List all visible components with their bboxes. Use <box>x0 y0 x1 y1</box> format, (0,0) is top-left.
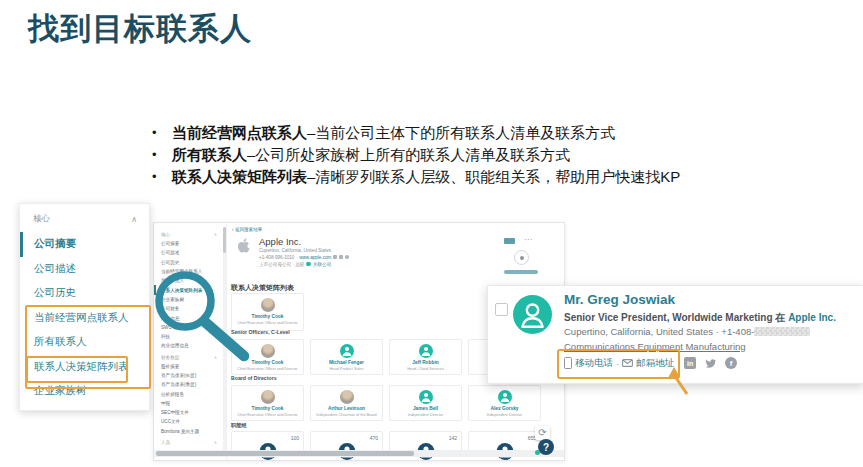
mini-sidebar: 核心 ∧ 公司摘要公司描述公司历史当前经营网点联系人所有联系人联系人决策矩阵列表… <box>154 223 227 460</box>
mini-section-financial[interactable]: 财务数据 ∧ <box>154 353 226 362</box>
mobile-phone-link[interactable]: 移动电话 <box>575 357 613 370</box>
horizontal-scrollbar[interactable] <box>154 450 564 457</box>
sidebar-item[interactable]: 联系人决策矩阵列表 <box>20 355 149 380</box>
company-actions: ⋯ <box>504 237 556 279</box>
chevron-up-icon[interactable]: ∧ <box>131 215 137 224</box>
contact-card-title: Chief Executive Officer and Director <box>234 367 301 371</box>
mini-sidebar-item[interactable]: Bombora 意向主题 <box>154 427 226 436</box>
back-link[interactable]: ‹ 返回搜索结果 <box>232 227 262 232</box>
related-company-link[interactable]: 关联公司 <box>313 262 331 267</box>
mini-sidebar-item[interactable]: 联系人决策矩阵列表 <box>154 285 226 294</box>
facebook-icon[interactable]: f <box>725 357 737 369</box>
group-count: 470 <box>370 435 378 441</box>
vertical-scrollbar[interactable] <box>223 227 226 454</box>
contact-card-name[interactable]: Timothy Cook <box>234 360 301 365</box>
export-icon <box>520 256 524 260</box>
matrix-title: 联系人决策矩阵列表 <box>231 283 294 293</box>
contact-card[interactable]: Arthur LevinsonIndependent Chairman of t… <box>310 385 383 421</box>
mini-sidebar-item[interactable]: 公司摘要 <box>154 239 226 248</box>
contact-industry-link[interactable]: Communications Equipment Manufacturing <box>564 341 746 352</box>
linkedin-icon[interactable]: in <box>684 357 696 369</box>
sidebar-item[interactable]: 公司历史 <box>20 281 149 306</box>
mini-sidebar-item[interactable]: UCC文件 <box>154 417 226 426</box>
mini-section-label: 核心 <box>161 232 170 237</box>
sidebar-section-header[interactable]: 核心 ∧ <box>20 204 149 225</box>
sidebar-item[interactable]: 公司摘要 <box>20 232 149 257</box>
mini-sidebar-item[interactable]: 商业信用信息 <box>154 341 226 350</box>
sidebar-item[interactable]: 所有联系人 <box>20 330 149 355</box>
more-menu-button[interactable]: ⋯ <box>524 235 532 244</box>
mini-sidebar-item[interactable]: 公司描述 <box>154 248 226 257</box>
mini-sidebar-item[interactable]: 商业信息 <box>154 313 226 322</box>
mini-sidebar-item[interactable]: SWOT分析 <box>154 323 226 332</box>
mini-section-core[interactable]: 核心 ∧ <box>154 230 226 239</box>
contact-name[interactable]: Mr. Greg Joswiak <box>564 292 675 307</box>
contact-card-name[interactable]: Timothy Cook <box>234 406 301 411</box>
mini-sidebar-item[interactable]: 分析师报告 <box>154 389 226 398</box>
mini-sidebar-item[interactable]: 公司财务 <box>154 304 226 313</box>
scrollbar-thumb[interactable] <box>223 227 226 253</box>
contact-card-title: Chief Executive Officer and Director <box>234 413 301 417</box>
mini-section-label: 人员 <box>161 440 170 445</box>
outer-sidebar-items: 公司摘要公司描述公司历史当前经营网点联系人所有联系人联系人决策矩阵列表企业家族树 <box>20 232 149 404</box>
mini-sidebar-item[interactable]: 股价摘要 <box>154 362 226 371</box>
contact-card[interactable]: Timothy CookChief Executive Officer and … <box>231 339 304 375</box>
person-icon <box>419 390 433 404</box>
mini-sidebar-item[interactable]: 科技 <box>154 332 226 341</box>
sidebar-item[interactable]: 当前经营网点联系人 <box>20 306 149 331</box>
refresh-icon[interactable]: ⟳ <box>535 426 550 440</box>
export-button[interactable] <box>514 250 529 265</box>
mini-items-core: 公司摘要公司描述公司历史当前经营网点联系人所有联系人联系人决策矩阵列表企业家族树… <box>154 239 226 351</box>
contact-card[interactable]: Alex GorskyIndependent Director <box>468 385 541 421</box>
mini-sidebar-item[interactable]: SEC申报文件 <box>154 408 226 417</box>
contact-card[interactable]: Michael FengerHead Product Sales <box>310 339 383 375</box>
contact-card-name[interactable]: Michael Fenger <box>313 360 380 365</box>
contact-card[interactable]: Timothy CookChief Executive Officer and … <box>231 385 304 421</box>
mini-sidebar-item[interactable]: 所有联系人 <box>154 276 226 285</box>
contact-card[interactable]: Jeff RobbinHead, Cloud Services <box>389 339 462 375</box>
twitter-icon[interactable] <box>704 357 717 370</box>
chevron-up-icon: ∧ <box>214 232 217 237</box>
contact-card[interactable]: James BellIndependent Director <box>389 385 462 421</box>
envelope-icon <box>622 359 633 367</box>
mini-sidebar-item[interactable]: 公司历史 <box>154 258 226 267</box>
contact-card-name[interactable]: James Bell <box>392 406 459 411</box>
add-to-list-link[interactable] <box>504 270 538 274</box>
help-button[interactable]: ? <box>538 439 554 455</box>
sidebar-item[interactable]: 公司描述 <box>20 257 149 282</box>
company-location: Cupertino, California, United States <box>259 248 331 253</box>
contact-avatar <box>513 295 552 334</box>
apple-logo-icon <box>233 235 254 258</box>
contact-location-text: Cupertino, California, United States · +… <box>564 326 754 337</box>
mini-sidebar-item[interactable]: 资产负债表(季度) <box>154 380 226 389</box>
contact-card-name[interactable]: Alex Gorsky <box>471 406 538 411</box>
contact-card-name[interactable]: Arthur Levinson <box>313 406 380 411</box>
contact-card[interactable]: Timothy CookChief Executive Officer and … <box>231 293 304 331</box>
contact-checkbox[interactable] <box>495 303 508 316</box>
save-flag-icon[interactable] <box>504 238 515 244</box>
mini-sidebar-item[interactable]: 资产负债表(年度) <box>154 371 226 380</box>
redacted-phone-blur <box>754 327 810 336</box>
mini-sidebar-item[interactable]: 企业家族树 <box>154 295 226 304</box>
email-link[interactable]: 邮箱地址 <box>636 357 674 370</box>
contact-card-name[interactable]: Timothy Cook <box>234 314 301 319</box>
separator-dot: · <box>616 358 619 369</box>
contact-callout-card: Mr. Greg Joswiak Senior Vice President, … <box>487 285 863 384</box>
contact-card-title: Head, Cloud Services <box>392 367 459 371</box>
company-website-link[interactable]: www.apple.com <box>299 255 331 260</box>
slide: 找到目标联系人 •当前经营网点联系人–当前公司主体下的所有联系人清单及联系方式•… <box>0 0 863 467</box>
mini-section-people[interactable]: 人员 ∧ <box>154 438 226 447</box>
facebook-icon[interactable] <box>345 255 349 259</box>
bullet-item: •当前经营网点联系人–当前公司主体下的所有联系人清单及联系方式 <box>152 122 792 144</box>
contact-card-name[interactable]: Jeff Robbin <box>392 360 459 365</box>
contact-company-link[interactable]: Apple Inc. <box>788 312 836 323</box>
mini-sidebar-item[interactable]: 当前经营网点联系人 <box>154 267 226 276</box>
linkedin-icon[interactable] <box>333 255 337 259</box>
contact-photo-avatar <box>261 298 275 312</box>
mini-sidebar-item[interactable]: 申报 <box>154 399 226 408</box>
scrollbar-thumb[interactable] <box>156 451 414 456</box>
sidebar-item[interactable]: 企业家族树 <box>20 379 149 404</box>
person-icon <box>419 344 433 358</box>
bullet-rest: –公司所处家族树上所有的联系人清单及联系方式 <box>247 144 570 166</box>
twitter-icon[interactable] <box>339 255 343 259</box>
